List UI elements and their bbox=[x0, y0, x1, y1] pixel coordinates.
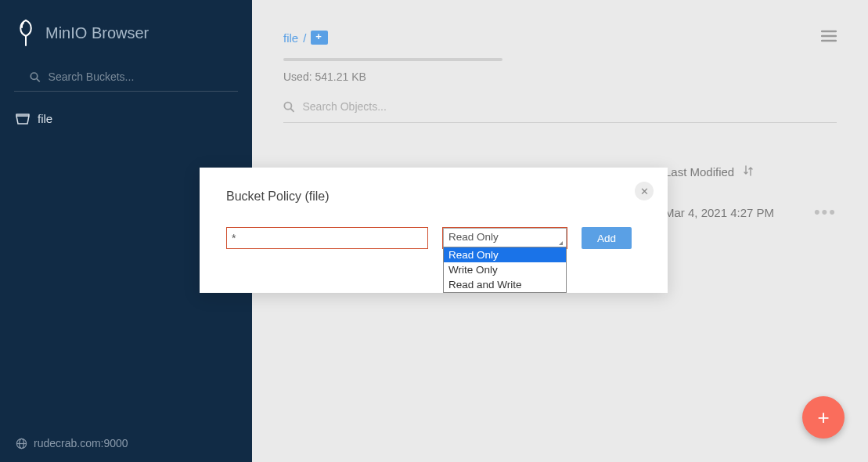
option-read-and-write[interactable]: Read and Write bbox=[444, 277, 566, 292]
add-button[interactable]: Add bbox=[582, 227, 632, 249]
search-buckets[interactable] bbox=[14, 63, 238, 92]
cell-modified: Mar 4, 2021 4:27 PM bbox=[665, 206, 805, 219]
option-write-only[interactable]: Write Only bbox=[444, 262, 566, 277]
modal-row: Read Only Read Only Write Only Read and … bbox=[226, 227, 641, 249]
breadcrumb: file / bbox=[283, 31, 328, 45]
option-read-only[interactable]: Read Only bbox=[444, 247, 566, 262]
modal-close-button[interactable]: ✕ bbox=[635, 182, 654, 200]
breadcrumb-separator: / bbox=[303, 31, 306, 45]
bucket-label: file bbox=[38, 112, 52, 125]
plus-icon: + bbox=[817, 406, 829, 430]
menu-button[interactable] bbox=[821, 30, 837, 45]
svg-line-1 bbox=[37, 78, 40, 81]
bucket-policy-modal: ✕ Bucket Policy (file) Read Only Read On… bbox=[200, 168, 668, 293]
search-objects-input[interactable] bbox=[302, 100, 837, 113]
col-modified-label: Last Modified bbox=[665, 165, 734, 179]
usage-bar bbox=[283, 58, 502, 61]
prefix-input[interactable] bbox=[226, 227, 428, 249]
search-icon bbox=[283, 101, 294, 113]
svg-line-9 bbox=[291, 108, 294, 111]
modal-title: Bucket Policy (file) bbox=[226, 189, 641, 204]
row-more-icon[interactable]: ••• bbox=[814, 202, 837, 222]
search-buckets-input[interactable] bbox=[49, 70, 222, 83]
policy-dropdown: Read Only Write Only Read and Write bbox=[443, 247, 567, 293]
sidebar-footer: rudecrab.com:9000 bbox=[0, 424, 252, 462]
globe-icon bbox=[16, 438, 27, 449]
policy-select-value[interactable]: Read Only bbox=[443, 228, 567, 248]
col-actions bbox=[805, 165, 837, 179]
usage-text: Used: 541.21 KB bbox=[283, 70, 837, 83]
sidebar-header: MinIO Browser bbox=[0, 0, 252, 63]
minio-logo-icon bbox=[16, 19, 36, 47]
sort-icon[interactable] bbox=[744, 165, 753, 179]
add-folder-icon[interactable] bbox=[311, 31, 328, 45]
close-icon: ✕ bbox=[640, 186, 649, 197]
topbar: file / bbox=[283, 30, 837, 45]
policy-select[interactable]: Read Only Read Only Write Only Read and … bbox=[442, 227, 567, 249]
bucket-icon bbox=[16, 114, 30, 125]
fab-add[interactable]: + bbox=[802, 396, 845, 439]
svg-point-0 bbox=[31, 72, 37, 78]
hamburger-icon bbox=[821, 30, 837, 42]
sidebar-item-file[interactable]: file bbox=[0, 103, 252, 135]
search-objects[interactable] bbox=[283, 89, 837, 123]
search-icon bbox=[30, 71, 41, 83]
breadcrumb-bucket[interactable]: file bbox=[283, 31, 298, 45]
svg-point-8 bbox=[284, 102, 291, 109]
host-label: rudecrab.com:9000 bbox=[34, 437, 128, 449]
app-title: MinIO Browser bbox=[45, 24, 149, 42]
col-modified[interactable]: Last Modified bbox=[665, 165, 805, 179]
